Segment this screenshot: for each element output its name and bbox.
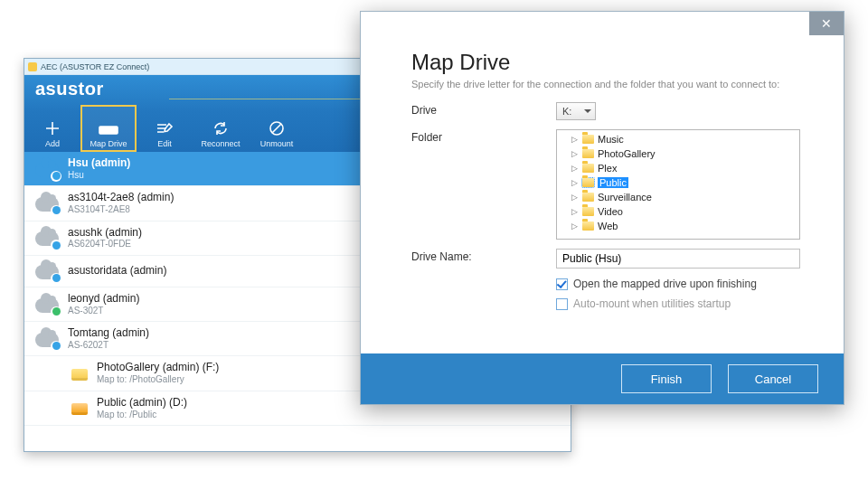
app-icon (28, 62, 37, 71)
connection-name: asustoridata (admin) (68, 265, 166, 278)
connection-name: leonyd (admin) (68, 293, 139, 306)
modal-body: Map Drive Specify the drive letter for t… (361, 35, 844, 353)
drive-letter-select[interactable]: K: (556, 102, 596, 120)
mapped-drive-sub: Map to: /Public (97, 410, 187, 420)
mapped-drive-name: Public (admin) (D:) (97, 397, 187, 410)
drive-letter-value: K: (562, 106, 571, 117)
close-button[interactable]: ✕ (809, 12, 844, 35)
folder-item[interactable]: ▷Music (557, 132, 799, 146)
connection-name: Hsu (admin) (68, 157, 130, 170)
connection-name: asushk (admin) (68, 227, 142, 240)
cloud-icon (35, 261, 59, 281)
folder-icon (582, 135, 594, 144)
finish-button[interactable]: Finish (621, 364, 712, 393)
cloud-icon (35, 295, 59, 315)
folder-name: Surveillance (598, 192, 652, 203)
svg-rect-1 (99, 127, 118, 134)
cloud-icon (35, 228, 59, 248)
edit-icon (155, 120, 175, 137)
connection-sub: Hsu (68, 170, 130, 181)
drive-label: Drive (411, 102, 556, 117)
auto-mount-label: Auto-mount when utilities startup (573, 297, 731, 310)
folder-item-selected[interactable]: ▷Public (557, 175, 799, 190)
folder-label: Folder (411, 129, 556, 144)
connection-sub: AS6204T-0FDE (68, 239, 142, 250)
folder-item[interactable]: ▷Video (557, 204, 799, 219)
folder-item[interactable]: ▷Web (557, 219, 799, 233)
modal-title: Map Drive (411, 50, 818, 75)
folder-item[interactable]: ▷PhotoGallery (557, 146, 799, 161)
reconnect-icon (211, 120, 231, 137)
folder-item[interactable]: ▷Plex (557, 161, 799, 175)
mapped-drive-name: PhotoGallery (admin) (F:) (97, 362, 219, 374)
toolbar-label: Reconnect (201, 139, 240, 148)
connection-sub: AS-302T (68, 306, 139, 316)
folder-icon (582, 207, 594, 216)
cloud-user-icon (35, 159, 59, 179)
drive-name-label: Drive Name: (411, 249, 556, 263)
auto-mount-checkbox[interactable] (556, 298, 568, 310)
toolbar-unmount[interactable]: Unmount (249, 105, 305, 152)
toolbar-map-drive[interactable]: Map Drive (80, 105, 137, 152)
toolbar-reconnect[interactable]: Reconnect (193, 105, 249, 152)
folder-name: Plex (598, 163, 617, 174)
toolbar-label: Edit (157, 139, 172, 148)
folder-name: Web (598, 221, 618, 231)
unmount-icon (267, 120, 287, 137)
toolbar-add[interactable]: Add (24, 105, 80, 152)
open-after-label: Open the mapped drive upon finishing (573, 278, 757, 290)
modal-titlebar: ✕ (361, 12, 844, 35)
mapped-drive-icon (71, 369, 88, 381)
modal-description: Specify the drive letter for the connect… (411, 79, 818, 90)
folder-icon (582, 221, 594, 231)
folder-name: Music (598, 134, 624, 145)
map-drive-modal: ✕ Map Drive Specify the drive letter for… (360, 11, 844, 405)
asustor-logo: asustor (35, 79, 104, 99)
toolbar-label: Unmount (260, 139, 294, 148)
modal-footer: Finish Cancel (361, 353, 844, 404)
drive-name-input[interactable] (556, 249, 800, 269)
open-after-checkbox[interactable] (556, 278, 568, 290)
close-icon: ✕ (821, 16, 832, 31)
folder-name: Video (598, 206, 623, 217)
folder-tree[interactable]: ▷Music ▷PhotoGallery ▷Plex ▷Public ▷Surv… (556, 129, 800, 240)
cancel-button[interactable]: Cancel (728, 364, 818, 393)
cancel-label: Cancel (755, 372, 791, 386)
folder-icon (582, 178, 594, 187)
drive-icon (99, 120, 118, 137)
folder-icon (582, 149, 594, 158)
connection-name: as3104t-2ae8 (admin) (68, 192, 174, 204)
cloud-icon (35, 193, 59, 213)
toolbar-edit[interactable]: Edit (137, 105, 193, 152)
finish-label: Finish (651, 372, 683, 386)
aec-title: AEC (ASUSTOR EZ Connect) (41, 62, 149, 71)
cloud-icon (35, 329, 59, 349)
folder-name: PhotoGallery (598, 148, 656, 159)
mapped-drive-sub: Map to: /PhotoGallery (97, 374, 219, 385)
folder-name: Public (598, 177, 628, 188)
connection-sub: AS3104T-2AE8 (68, 204, 174, 215)
connection-name: Tomtang (admin) (68, 327, 149, 340)
connection-sub: AS-6202T (68, 340, 149, 351)
folder-icon (582, 193, 594, 202)
folder-item[interactable]: ▷Surveillance (557, 190, 799, 204)
plus-icon (42, 120, 62, 137)
folder-icon (582, 164, 594, 173)
toolbar-label: Map Drive (90, 139, 127, 148)
toolbar-label: Add (45, 139, 60, 148)
mapped-drive-icon (71, 403, 88, 415)
